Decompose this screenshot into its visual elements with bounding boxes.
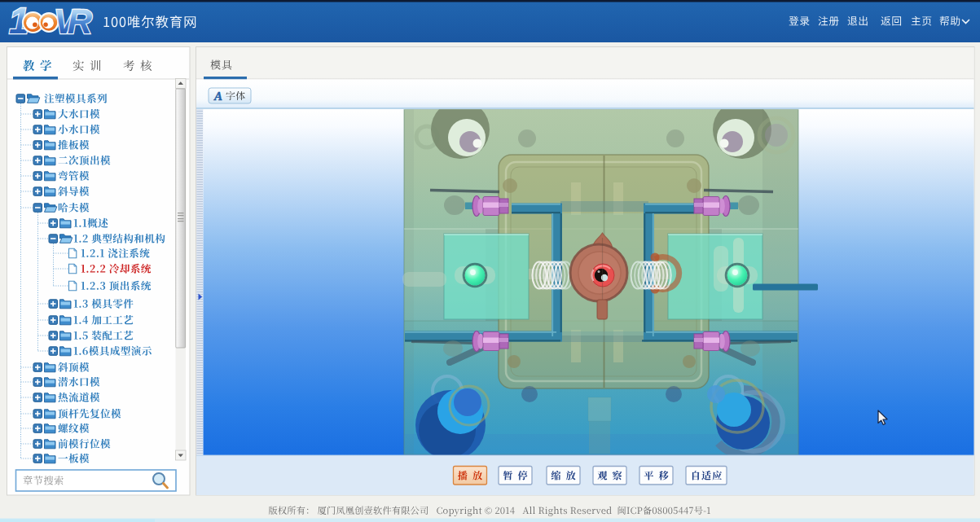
svg-text:VR: VR	[54, 2, 93, 41]
svg-text:A: A	[213, 90, 222, 103]
